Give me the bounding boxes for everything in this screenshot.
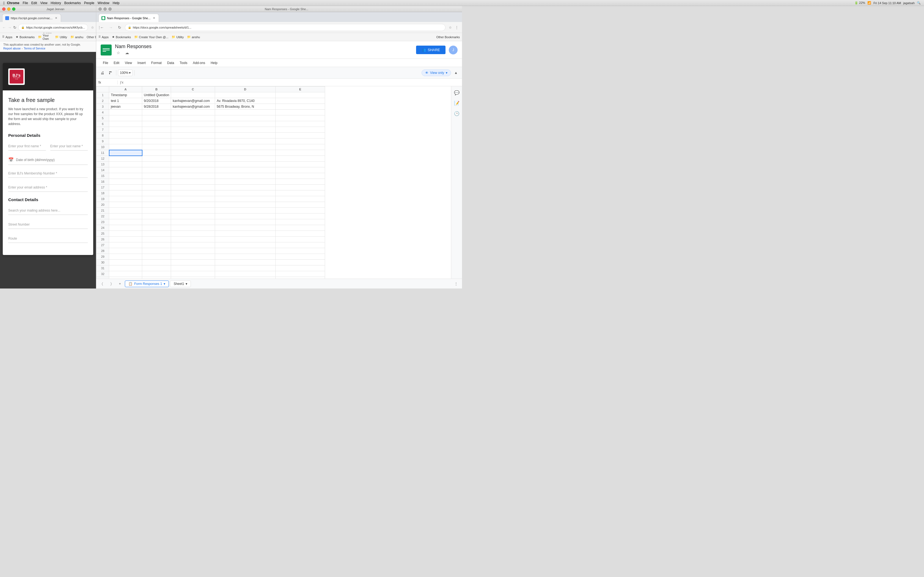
table-cell[interactable] <box>276 242 325 248</box>
menu-insert[interactable]: Insert <box>135 60 148 66</box>
star-doc-icon[interactable]: ☆ <box>115 50 121 56</box>
table-cell[interactable] <box>142 242 171 248</box>
row-number[interactable]: 9 <box>97 139 109 144</box>
sheets-utility-bookmark[interactable]: 📁 Utility <box>171 35 184 39</box>
table-cell[interactable]: kanhajeevan@gmail.com <box>171 104 215 110</box>
table-cell[interactable] <box>171 231 215 237</box>
table-cell[interactable] <box>109 242 142 248</box>
table-cell[interactable] <box>276 196 325 202</box>
table-cell[interactable] <box>171 133 215 139</box>
print-button[interactable]: 🖨 <box>99 69 106 77</box>
table-cell[interactable] <box>215 219 276 225</box>
col-header-b[interactable]: B <box>142 87 171 92</box>
table-cell[interactable] <box>109 213 142 219</box>
mac-menu-history[interactable]: History <box>51 1 61 5</box>
create-bookmark[interactable]: 📁 Create Your Own @... <box>38 33 52 41</box>
mac-menu-view[interactable]: View <box>40 1 48 5</box>
table-cell[interactable] <box>142 115 171 121</box>
anshu-bookmark[interactable]: 📁 anshu <box>70 35 83 39</box>
table-cell[interactable] <box>142 248 171 254</box>
address-input[interactable]: 🔒 https://script.google.com/macros/s/AKf… <box>18 24 88 31</box>
col-header-d[interactable]: D <box>215 87 276 92</box>
mac-menu-help[interactable]: Help <box>113 1 120 5</box>
table-cell[interactable] <box>276 266 325 271</box>
table-cell[interactable] <box>109 202 142 208</box>
table-cell[interactable] <box>109 259 142 266</box>
table-cell[interactable] <box>276 121 325 127</box>
table-cell[interactable] <box>142 185 171 190</box>
dob-input[interactable] <box>16 158 88 162</box>
table-cell[interactable]: Untitled Question <box>142 92 171 98</box>
table-cell[interactable] <box>215 266 276 271</box>
table-cell[interactable] <box>109 110 142 115</box>
active-tab[interactable]: https://script.google.com/mac... ✕ <box>2 14 61 22</box>
row-number[interactable]: 18 <box>97 190 109 196</box>
row-number[interactable]: 27 <box>97 242 109 248</box>
menu-addons[interactable]: Add-ons <box>191 60 207 66</box>
sheets-tab-close-button[interactable]: ✕ <box>152 16 156 20</box>
cell-reference[interactable]: fx <box>99 81 118 84</box>
table-cell[interactable] <box>276 139 325 144</box>
col-header-e[interactable]: E <box>276 87 325 92</box>
row-number[interactable]: 20 <box>97 202 109 208</box>
table-cell[interactable] <box>142 202 171 208</box>
table-cell[interactable] <box>215 167 276 173</box>
table-cell[interactable] <box>276 115 325 121</box>
paint-format-button[interactable] <box>107 69 115 77</box>
sheets-anshu-bookmark[interactable]: 📁 anshu <box>187 35 200 39</box>
table-cell[interactable] <box>142 225 171 231</box>
spreadsheet-scroll[interactable]: A B C D E 1TimestampUntitled Question2te… <box>96 86 451 279</box>
menu-data[interactable]: Data <box>165 60 176 66</box>
table-cell[interactable] <box>109 144 142 150</box>
table-cell[interactable] <box>142 208 171 213</box>
row-number[interactable]: 23 <box>97 219 109 225</box>
table-cell[interactable] <box>276 92 325 98</box>
table-cell[interactable] <box>215 190 276 196</box>
table-cell[interactable] <box>276 127 325 133</box>
table-cell[interactable] <box>215 254 276 259</box>
row-number[interactable]: 10 <box>97 144 109 150</box>
tab-close-button[interactable]: ✕ <box>54 16 58 20</box>
table-cell[interactable] <box>171 173 215 179</box>
table-cell[interactable] <box>171 139 215 144</box>
table-cell[interactable] <box>276 150 325 156</box>
sheets-bookmarks-item[interactable]: ★ Bookmarks <box>112 35 131 39</box>
row-number[interactable]: 16 <box>97 179 109 185</box>
table-cell[interactable] <box>215 185 276 190</box>
table-cell[interactable]: Av. Rivadavia 8970, C140 <box>215 98 276 104</box>
table-cell[interactable] <box>171 196 215 202</box>
sheets-close-button[interactable] <box>99 7 102 11</box>
sheets-active-tab[interactable]: Nam Responses - Google She... ✕ <box>99 14 159 22</box>
table-cell[interactable] <box>171 271 215 277</box>
table-cell[interactable] <box>109 225 142 231</box>
table-cell[interactable] <box>276 156 325 161</box>
col-header-c[interactable]: C <box>171 87 215 92</box>
table-cell[interactable] <box>215 121 276 127</box>
table-cell[interactable] <box>142 271 171 277</box>
sheets-create-bookmark[interactable]: 📁 Create Your Own @... <box>134 35 168 39</box>
table-cell[interactable] <box>109 266 142 271</box>
sheet-tab-form-responses[interactable]: 📋 Form Responses 1 ▾ <box>125 280 169 287</box>
report-abuse-link[interactable]: Report abuse <box>3 47 21 50</box>
table-cell[interactable]: kanhajeevan@gmail.com <box>171 98 215 104</box>
table-cell[interactable] <box>276 167 325 173</box>
table-cell[interactable] <box>109 139 142 144</box>
row-number[interactable]: 1 <box>97 92 109 98</box>
table-cell[interactable]: test 1 <box>109 98 142 104</box>
sheets-maximize-button[interactable] <box>108 7 111 11</box>
refresh-button[interactable]: ↻ <box>13 24 16 31</box>
table-cell[interactable] <box>171 150 215 156</box>
apps-bookmark[interactable]: ⠿ Apps <box>2 35 12 39</box>
table-cell[interactable] <box>171 185 215 190</box>
table-cell[interactable] <box>215 133 276 139</box>
table-cell[interactable] <box>171 110 215 115</box>
table-cell[interactable] <box>142 196 171 202</box>
table-cell[interactable] <box>171 248 215 254</box>
table-cell[interactable] <box>171 156 215 161</box>
table-cell[interactable] <box>109 254 142 259</box>
table-cell[interactable] <box>142 121 171 127</box>
sheets-refresh-button[interactable]: ↻ <box>116 24 123 31</box>
user-avatar[interactable]: J <box>449 46 457 55</box>
table-cell[interactable] <box>215 179 276 185</box>
sheet1-dropdown-icon[interactable]: ▾ <box>186 282 187 286</box>
